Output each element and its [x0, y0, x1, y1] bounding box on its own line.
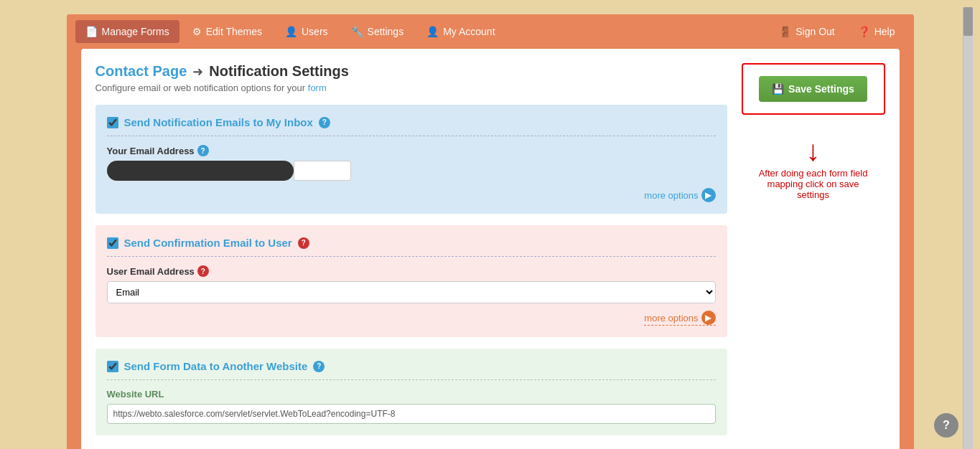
- scrollbar-thumb[interactable]: [963, 7, 973, 36]
- notification-more-options-icon: ▶: [701, 188, 716, 202]
- send-form-data-help-icon[interactable]: ?: [313, 361, 325, 372]
- url-field-label: Website URL: [107, 389, 716, 400]
- users-nav[interactable]: 👤 Users: [275, 20, 338, 43]
- breadcrumb: Contact Page ➜ Notification Settings: [95, 63, 727, 80]
- main-panel: Contact Page ➜ Notification Settings Con…: [95, 63, 727, 447]
- sign-out-nav[interactable]: 🚪 Sign Out: [769, 20, 844, 43]
- annotation-container: ↓ After doing each form field mapping cl…: [756, 136, 871, 200]
- nav-left: 📄 Manage Forms ⚙ Edit Themes 👤 Users 🔧 S…: [75, 20, 505, 43]
- notification-more-options-row: more options ▶: [107, 188, 716, 202]
- inner-content: Contact Page ➜ Notification Settings Con…: [81, 49, 900, 449]
- send-form-data-header: Send Form Data to Another Website ?: [107, 360, 716, 380]
- settings-icon: 🔧: [351, 26, 363, 37]
- sign-out-label: Sign Out: [795, 26, 834, 37]
- users-label: Users: [302, 26, 328, 37]
- save-icon: 💾: [772, 83, 784, 95]
- edit-themes-label: Edit Themes: [206, 26, 262, 37]
- my-account-label: My Account: [443, 26, 495, 37]
- account-icon: 👤: [426, 26, 439, 37]
- send-form-data-section: Send Form Data to Another Website ? Webs…: [95, 349, 727, 435]
- content-area: Contact Page ➜ Notification Settings Con…: [67, 49, 914, 449]
- email-help-icon[interactable]: ?: [197, 145, 209, 156]
- user-email-dropdown[interactable]: Email Name Phone Message: [107, 281, 716, 303]
- notification-email-help-icon[interactable]: ?: [319, 117, 330, 128]
- email-input-row: [107, 161, 716, 181]
- help-label: Help: [874, 26, 895, 37]
- confirmation-email-section: Send Confirmation Email to User ? User E…: [95, 225, 727, 337]
- email-masked-value: [107, 161, 294, 181]
- help-nav[interactable]: ❓ Help: [848, 20, 905, 43]
- notification-more-options-label: more options: [644, 190, 698, 201]
- notification-email-title: Send Notification Emails to My Inbox: [124, 116, 313, 128]
- my-account-nav[interactable]: 👤 My Account: [416, 20, 505, 43]
- breadcrumb-link[interactable]: Contact Page: [95, 63, 187, 80]
- breadcrumb-arrow: ➜: [192, 64, 203, 80]
- sign-out-icon: 🚪: [779, 26, 791, 37]
- email-extra-input[interactable]: [294, 161, 351, 181]
- notification-email-checkbox[interactable]: [107, 117, 118, 128]
- help-icon: ❓: [858, 26, 870, 37]
- confirmation-more-options-label: more options: [644, 313, 698, 323]
- confirmation-email-header: Send Confirmation Email to User ?: [107, 237, 716, 257]
- settings-label: Settings: [368, 26, 404, 37]
- notification-more-options-link[interactable]: more options ▶: [644, 188, 715, 202]
- forms-icon: 📄: [85, 26, 98, 37]
- confirmation-more-options-link[interactable]: more options ▶: [644, 311, 715, 326]
- right-panel: 💾 Save Settings ↓ After doing each form …: [742, 63, 885, 447]
- confirmation-more-options-row: more options ▶: [107, 311, 716, 326]
- page-subtitle: Configure email or web notification opti…: [95, 82, 727, 93]
- page-header: Contact Page ➜ Notification Settings Con…: [95, 63, 727, 93]
- annotation-arrow-icon: ↓: [806, 136, 821, 165]
- manage-forms-nav[interactable]: 📄 Manage Forms: [75, 20, 179, 43]
- url-field-group: Website URL: [107, 389, 716, 424]
- user-email-field-group: User Email Address ? Email Name Phone Me…: [107, 265, 716, 303]
- scrollbar[interactable]: [963, 7, 973, 449]
- user-email-field-label: User Email Address ?: [107, 265, 716, 277]
- save-settings-button[interactable]: 💾 Save Settings: [759, 76, 867, 102]
- confirmation-email-help-icon[interactable]: ?: [298, 237, 309, 249]
- edit-themes-nav[interactable]: ⚙ Edit Themes: [182, 20, 272, 43]
- send-form-data-checkbox[interactable]: [107, 361, 118, 372]
- email-field-label: Your Email Address ?: [107, 145, 716, 156]
- page-title: Notification Settings: [209, 63, 348, 80]
- save-button-label: Save Settings: [788, 83, 854, 95]
- themes-icon: ⚙: [192, 26, 202, 37]
- nav-right: 🚪 Sign Out ❓ Help: [769, 20, 905, 43]
- global-help-bubble[interactable]: ?: [934, 413, 958, 438]
- confirmation-email-checkbox[interactable]: [107, 237, 118, 249]
- email-field-group: Your Email Address ?: [107, 145, 716, 181]
- confirmation-email-title: Send Confirmation Email to User: [124, 237, 292, 249]
- user-email-help-icon[interactable]: ?: [197, 265, 209, 277]
- notification-email-section: Send Notification Emails to My Inbox ? Y…: [95, 105, 727, 214]
- users-icon: 👤: [285, 26, 297, 37]
- annotation-text: After doing each form field mapping clic…: [756, 168, 871, 200]
- confirmation-more-options-icon: ▶: [701, 311, 716, 325]
- manage-forms-label: Manage Forms: [102, 26, 169, 37]
- send-form-data-title: Send Form Data to Another Website: [124, 360, 308, 372]
- save-settings-box: 💾 Save Settings: [742, 63, 885, 115]
- notification-email-header: Send Notification Emails to My Inbox ?: [107, 116, 716, 136]
- top-navigation: 📄 Manage Forms ⚙ Edit Themes 👤 Users 🔧 S…: [67, 14, 914, 49]
- url-input[interactable]: [107, 404, 716, 424]
- settings-nav[interactable]: 🔧 Settings: [341, 20, 414, 43]
